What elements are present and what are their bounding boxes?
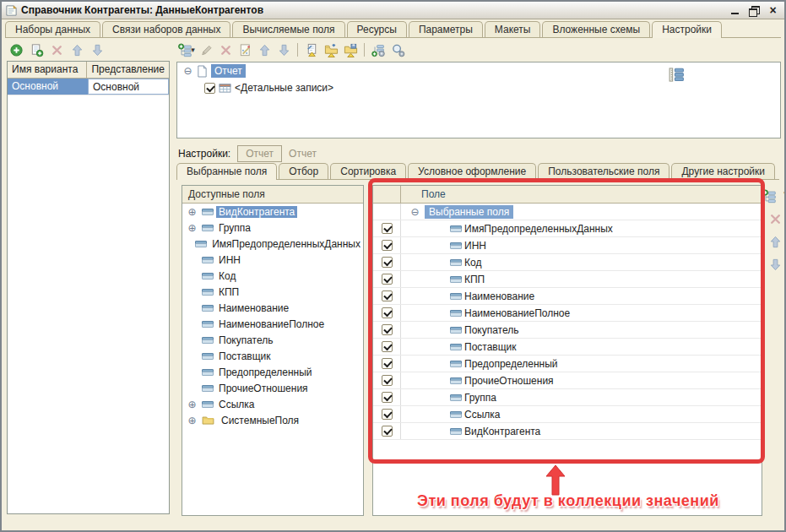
selected-field-row[interactable]: Наименование bbox=[373, 288, 762, 305]
tab-отбор[interactable]: Отбор bbox=[279, 163, 328, 179]
tab-макеты[interactable]: Макеты bbox=[485, 21, 541, 37]
field-checkbox[interactable] bbox=[382, 307, 393, 318]
move-up-button[interactable] bbox=[767, 234, 783, 249]
tab-пользовательские-поля[interactable]: Пользовательские поля bbox=[538, 163, 669, 179]
selected-field-row[interactable]: КПП bbox=[373, 271, 762, 288]
selected-fields-group-row[interactable]: ⊖ Выбранные поля bbox=[373, 204, 762, 220]
delete-button[interactable] bbox=[49, 42, 64, 57]
view-settings-button[interactable] bbox=[390, 42, 405, 57]
move-down-button[interactable] bbox=[89, 42, 105, 57]
tab-связи-наборов-данных[interactable]: Связи наборов данных bbox=[102, 21, 230, 37]
selected-field-label[interactable]: ИмяПредопределенныхДанных bbox=[464, 223, 613, 235]
selected-field-row[interactable]: Предопределенный bbox=[373, 356, 762, 372]
available-field-label[interactable]: Предопределенный bbox=[216, 366, 315, 378]
detail-records-checkbox[interactable] bbox=[204, 83, 215, 94]
field-checkbox[interactable] bbox=[382, 274, 393, 285]
collapse-icon[interactable]: ⊖ bbox=[182, 66, 193, 76]
field-checkbox[interactable] bbox=[382, 409, 393, 420]
available-field-row[interactable]: ⊕СистемныеПоля bbox=[182, 412, 363, 428]
available-field-row[interactable]: НаименованиеПолное bbox=[182, 316, 363, 332]
available-field-label[interactable]: ИНН bbox=[216, 254, 243, 266]
selected-field-row[interactable]: ВидКонтрагента bbox=[373, 423, 762, 440]
available-field-label[interactable]: НаименованиеПолное bbox=[216, 318, 327, 330]
field-checkbox[interactable] bbox=[382, 257, 393, 268]
field-checkbox[interactable] bbox=[382, 426, 393, 437]
wizard-button[interactable] bbox=[237, 42, 252, 57]
collapse-icon[interactable]: ⊖ bbox=[409, 207, 420, 217]
folder-open-button[interactable] bbox=[323, 42, 339, 57]
selected-field-label[interactable]: Поставщик bbox=[464, 341, 517, 353]
add-copy-button[interactable] bbox=[29, 42, 44, 57]
tree-node-report[interactable]: ⊖ Отчет bbox=[177, 62, 780, 79]
field-checkbox[interactable] bbox=[382, 358, 393, 369]
field-checkbox[interactable] bbox=[382, 324, 393, 335]
selected-field-label[interactable]: Ссылка bbox=[464, 409, 500, 421]
move-up-button[interactable] bbox=[69, 42, 84, 57]
available-field-row[interactable]: ИмяПредопределенныхДанных bbox=[182, 236, 363, 252]
available-field-row[interactable]: ПрочиеОтношения bbox=[182, 380, 363, 396]
move-up-button[interactable] bbox=[257, 42, 272, 57]
close-button[interactable]: × bbox=[767, 5, 779, 16]
available-field-label[interactable]: Ссылка bbox=[216, 399, 257, 410]
doc-load-button[interactable] bbox=[304, 42, 319, 57]
variant-name-cell[interactable]: Основной bbox=[8, 79, 88, 95]
selected-field-label[interactable]: Предопределенный bbox=[464, 358, 558, 370]
tab-сортировка[interactable]: Сортировка bbox=[330, 163, 406, 179]
available-field-label[interactable]: СистемныеПоля bbox=[219, 415, 301, 426]
dropdown-caret-icon[interactable]: ▾ bbox=[191, 46, 195, 54]
variant-presentation-cell[interactable]: Основной bbox=[88, 79, 169, 95]
selected-field-label[interactable]: ПрочиеОтношения bbox=[464, 375, 554, 387]
selected-field-label[interactable]: Наименование bbox=[464, 290, 534, 302]
expand-icon[interactable]: ⊕ bbox=[187, 223, 198, 233]
available-field-row[interactable]: ⊕Ссылка bbox=[182, 396, 363, 412]
available-field-row[interactable]: Предопределенный bbox=[182, 364, 363, 380]
selected-field-label[interactable]: ВидКонтрагента bbox=[464, 426, 540, 437]
tab-вложенные-схемы[interactable]: Вложенные схемы bbox=[542, 21, 650, 37]
selected-field-label[interactable]: Код bbox=[464, 257, 481, 269]
tab-настройки[interactable]: Настройки bbox=[652, 21, 722, 38]
selected-field-row[interactable]: ИмяПредопределенныхДанных bbox=[373, 220, 762, 237]
selected-field-row[interactable]: Поставщик bbox=[373, 339, 762, 356]
add-element-button[interactable]: ▾ bbox=[767, 188, 783, 204]
selected-field-label[interactable]: Группа bbox=[464, 392, 496, 404]
available-field-label[interactable]: ПрочиеОтношения bbox=[216, 383, 311, 394]
folder-save-button[interactable] bbox=[343, 42, 358, 57]
selected-field-row[interactable]: НаименованиеПолное bbox=[373, 305, 762, 322]
selected-field-row[interactable]: Покупатель bbox=[373, 322, 762, 339]
tab-выбранные-поля[interactable]: Выбранные поля bbox=[176, 163, 277, 180]
tab-ресурсы[interactable]: Ресурсы bbox=[347, 21, 407, 37]
restore-button[interactable] bbox=[748, 5, 761, 16]
delete-button[interactable] bbox=[767, 211, 783, 226]
available-field-label[interactable]: Код bbox=[216, 270, 238, 282]
available-field-label[interactable]: Поставщик bbox=[216, 350, 274, 362]
available-field-row[interactable]: ИНН bbox=[182, 252, 363, 268]
selected-field-label[interactable]: НаименованиеПолное bbox=[464, 307, 570, 319]
available-field-row[interactable]: Покупатель bbox=[182, 332, 363, 348]
add-element-button[interactable]: ▾ bbox=[179, 42, 194, 57]
tree-node-detail-records[interactable]: <Детальные записи> bbox=[177, 79, 780, 96]
available-field-row[interactable]: ⊕Группа bbox=[182, 220, 363, 236]
available-field-label[interactable]: КПП bbox=[216, 286, 241, 298]
available-field-row[interactable]: Наименование bbox=[182, 300, 363, 316]
expand-icon[interactable]: ⊕ bbox=[187, 207, 198, 217]
selected-field-row[interactable]: ПрочиеОтношения bbox=[373, 372, 762, 389]
available-field-label[interactable]: ВидКонтрагента bbox=[216, 206, 297, 218]
expand-icon[interactable]: ⊕ bbox=[187, 399, 198, 410]
selected-fields-group-label[interactable]: Выбранные поля bbox=[425, 205, 513, 219]
selected-field-label[interactable]: ИНН bbox=[464, 240, 486, 252]
settings-path-report-button[interactable]: Отчет bbox=[237, 145, 282, 162]
tree-node-report-label[interactable]: Отчет bbox=[211, 64, 246, 78]
expand-icon[interactable]: ⊕ bbox=[187, 415, 198, 426]
tab-вычисляемые-поля[interactable]: Вычисляемые поля bbox=[232, 21, 344, 37]
selected-field-row[interactable]: Ссылка bbox=[373, 406, 762, 423]
tab-параметры[interactable]: Параметры bbox=[409, 21, 483, 37]
field-checkbox[interactable] bbox=[382, 392, 393, 403]
field-checkbox[interactable] bbox=[382, 341, 393, 352]
delete-button[interactable] bbox=[218, 42, 233, 57]
tab-условное-оформление[interactable]: Условное оформление bbox=[408, 163, 536, 179]
minimize-button[interactable] bbox=[729, 5, 742, 16]
available-field-label[interactable]: Наименование bbox=[216, 302, 291, 314]
field-checkbox[interactable] bbox=[382, 290, 393, 301]
selected-field-label[interactable]: КПП bbox=[464, 274, 485, 285]
tree-settings-button[interactable] bbox=[371, 42, 386, 57]
